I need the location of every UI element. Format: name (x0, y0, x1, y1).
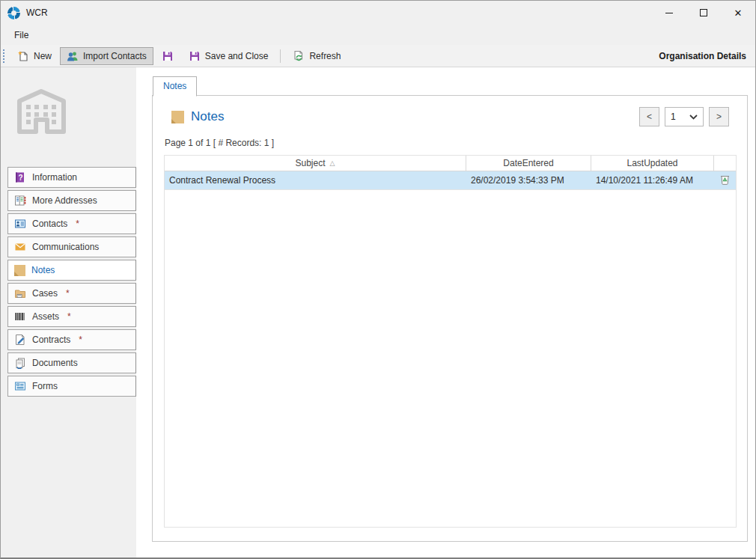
app-window: WCR ✕ File New Import Contacts (0, 0, 756, 559)
sidebar-item-forms[interactable]: Forms (7, 376, 136, 397)
window-title: WCR (26, 7, 48, 18)
notes-panel: Notes < 1 > Page 1 of 1 [ # Records: 1 ] (152, 95, 748, 542)
pager-page-select[interactable]: 1 (665, 107, 704, 126)
required-mark: * (79, 335, 82, 345)
close-icon: ✕ (734, 7, 743, 19)
sidebar-item-documents[interactable]: Documents (7, 352, 136, 373)
contacts-icon (14, 218, 26, 230)
communications-envelope-icon (14, 241, 26, 253)
table-row[interactable]: Contract Renewal Process 26/02/2019 3:54… (165, 171, 736, 190)
column-header-actions (714, 156, 736, 171)
notes-title-icon (171, 111, 184, 123)
sidebar-item-information[interactable]: ? Information (7, 167, 136, 188)
svg-text:?: ? (19, 174, 23, 182)
main-area: Notes Notes < 1 > (136, 67, 755, 558)
close-button[interactable]: ✕ (721, 1, 755, 25)
contracts-pen-icon (14, 334, 26, 346)
minimize-button[interactable] (652, 1, 686, 25)
sidebar-item-label: Assets (32, 311, 59, 322)
grid-header-row: Subject △ DateEntered LastUpdated (165, 156, 736, 171)
sidebar-nav: ? Information More Addresses (1, 167, 136, 397)
save-icon (162, 50, 174, 62)
cell-subject[interactable]: Contract Renewal Process (165, 171, 466, 189)
window-controls: ✕ (652, 1, 755, 25)
save-and-close-icon (189, 50, 201, 62)
notes-grid: Subject △ DateEntered LastUpdated Contra… (164, 155, 737, 528)
sort-ascending-icon: △ (330, 159, 335, 167)
sidebar-item-assets[interactable]: Assets * (7, 306, 136, 327)
toolbar: New Import Contacts Save and Close Refre (1, 45, 755, 67)
column-header-last-updated[interactable]: LastUpdated (591, 156, 714, 171)
refresh-button[interactable]: Refresh (286, 47, 347, 65)
sidebar-item-more-addresses[interactable]: More Addresses (7, 190, 136, 211)
app-logo-icon (7, 7, 20, 19)
notes-sticky-icon (14, 265, 25, 276)
required-mark: * (76, 219, 79, 229)
minimize-icon (665, 13, 673, 13)
maximize-button[interactable] (686, 1, 721, 25)
notes-panel-header: Notes < 1 > (153, 96, 747, 126)
column-header-date-entered[interactable]: DateEntered (466, 156, 591, 171)
column-header-label: Subject (296, 158, 326, 168)
required-mark: * (66, 288, 70, 299)
forms-icon (14, 380, 26, 392)
sidebar: ? Information More Addresses (1, 67, 136, 558)
sidebar-item-label: Contacts (32, 219, 67, 229)
toolbar-separator (280, 49, 281, 63)
sidebar-item-label: Cases (32, 288, 58, 299)
required-mark: * (67, 311, 71, 322)
sidebar-item-communications[interactable]: Communications (7, 236, 136, 257)
menu-file[interactable]: File (11, 28, 31, 43)
save-and-close-button[interactable]: Save and Close (182, 47, 275, 65)
tab-notes[interactable]: Notes (153, 76, 197, 97)
sidebar-item-label: Forms (32, 381, 58, 391)
context-title: Organisation Details (659, 51, 746, 61)
pager-prev-button[interactable]: < (639, 107, 659, 126)
maximize-icon (700, 9, 707, 16)
title-bar: WCR ✕ (1, 1, 755, 25)
page-info: Page 1 of 1 [ # Records: 1 ] (165, 138, 747, 148)
cell-last-updated[interactable]: 14/10/2021 11:26:49 AM (591, 171, 714, 189)
chevron-down-icon (689, 112, 698, 122)
sidebar-item-label: Communications (32, 242, 99, 252)
new-button-label: New (34, 51, 52, 61)
recycle-bin-icon (720, 174, 730, 187)
tab-strip: Notes (152, 76, 755, 95)
new-button[interactable]: New (10, 47, 58, 65)
save-and-close-label: Save and Close (205, 51, 269, 61)
documents-pages-icon (14, 357, 26, 369)
sidebar-item-label: Contracts (32, 335, 70, 345)
import-contacts-icon (67, 50, 79, 62)
column-header-label: DateEntered (503, 158, 553, 168)
sidebar-item-cases[interactable]: Cases * (7, 283, 136, 304)
sidebar-item-label: Documents (32, 358, 78, 368)
toolbar-grip[interactable] (3, 49, 7, 63)
information-icon: ? (14, 171, 26, 183)
pager: < 1 > (639, 107, 729, 126)
refresh-label: Refresh (309, 51, 341, 61)
sidebar-item-notes[interactable]: Notes (7, 260, 136, 281)
notes-panel-title: Notes (191, 109, 224, 124)
sidebar-item-contacts[interactable]: Contacts * (7, 213, 136, 234)
column-header-label: LastUpdated (627, 158, 677, 168)
cell-date-entered[interactable]: 26/02/2019 3:54:33 PM (466, 171, 591, 189)
refresh-icon (293, 50, 305, 62)
row-delete-button[interactable] (714, 171, 736, 189)
menu-bar: File (1, 25, 755, 45)
import-contacts-label: Import Contacts (83, 51, 147, 61)
column-header-subject[interactable]: Subject △ (165, 156, 466, 171)
import-contacts-button[interactable]: Import Contacts (60, 47, 153, 65)
assets-barcode-icon (14, 311, 26, 323)
pager-next-button[interactable]: > (709, 107, 729, 126)
cases-folder-icon (14, 287, 26, 299)
new-document-icon (17, 50, 29, 62)
pager-page-value: 1 (671, 112, 676, 122)
content-area: ? Information More Addresses (1, 67, 755, 558)
save-button[interactable] (155, 47, 180, 65)
sidebar-item-label: More Addresses (32, 195, 97, 206)
more-addresses-icon (14, 195, 26, 207)
sidebar-item-label: Information (32, 172, 77, 183)
organisation-building-icon (13, 87, 136, 138)
sidebar-item-label: Notes (31, 265, 55, 275)
sidebar-item-contracts[interactable]: Contracts * (7, 329, 136, 350)
